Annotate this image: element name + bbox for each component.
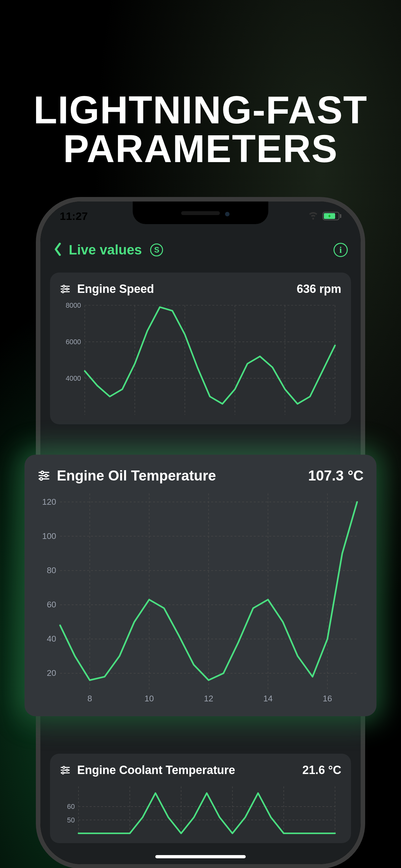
svg-text:100: 100: [42, 531, 56, 541]
svg-point-39: [40, 477, 42, 480]
back-button[interactable]: [53, 242, 62, 258]
sliders-icon[interactable]: [37, 469, 50, 482]
svg-text:14: 14: [264, 693, 273, 703]
status-time: 11:27: [60, 210, 88, 222]
svg-text:16: 16: [323, 693, 332, 703]
svg-text:40: 40: [47, 634, 56, 644]
chart-engine-coolant-temp: 5060: [60, 780, 341, 836]
wifi-icon: [308, 209, 319, 223]
card-title: Engine Speed: [77, 282, 154, 296]
chart-engine-oil-temp: 20406080100120810121416: [37, 487, 364, 707]
svg-text:20: 20: [47, 668, 56, 678]
svg-point-3: [66, 288, 68, 290]
svg-text:4000: 4000: [66, 375, 81, 382]
svg-point-21: [66, 769, 68, 771]
page-title: Live values: [69, 242, 142, 258]
card-value: 21.6 °C: [303, 764, 341, 777]
phone-notch: [133, 202, 268, 224]
hero-line-2: PARAMETERS: [34, 129, 368, 168]
svg-text:6000: 6000: [66, 338, 81, 346]
chart-engine-speed: 400060008000: [60, 299, 341, 418]
info-button[interactable]: i: [334, 243, 348, 257]
card-value: 107.3 °C: [308, 468, 364, 484]
svg-text:10: 10: [145, 693, 154, 703]
card-title: Engine Oil Temperature: [57, 468, 216, 484]
app-header: Live values S i: [40, 234, 361, 266]
sliders-icon[interactable]: [60, 283, 71, 294]
hero-title: LIGHTNING-FAST PARAMETERS: [34, 90, 368, 168]
parameter-card-engine-oil-temp[interactable]: Engine Oil Temperature 107.3 °C 20406080…: [25, 455, 376, 716]
svg-text:50: 50: [67, 816, 75, 824]
svg-text:8: 8: [88, 693, 92, 703]
svg-point-23: [62, 772, 64, 774]
parameter-card-engine-coolant-temp[interactable]: Engine Coolant Temperature 21.6 °C 5060: [50, 754, 351, 843]
sliders-icon[interactable]: [60, 765, 71, 776]
svg-point-35: [41, 471, 43, 474]
svg-point-1: [63, 285, 65, 287]
svg-text:120: 120: [42, 497, 56, 507]
svg-text:60: 60: [67, 803, 75, 811]
svg-point-37: [45, 474, 48, 477]
parameter-card-engine-speed[interactable]: Engine Speed 636 rpm 400060008000: [50, 273, 351, 424]
svg-text:12: 12: [204, 693, 213, 703]
card-title: Engine Coolant Temperature: [77, 764, 235, 777]
svg-text:8000: 8000: [66, 302, 81, 309]
card-value: 636 rpm: [297, 282, 341, 296]
battery-charging-icon: [322, 212, 341, 220]
svg-point-5: [62, 290, 64, 292]
home-indicator[interactable]: [155, 855, 246, 858]
hero-line-1: LIGHTNING-FAST: [34, 90, 368, 129]
svg-text:60: 60: [47, 600, 56, 609]
svg-text:80: 80: [47, 565, 56, 575]
svg-point-19: [63, 767, 65, 769]
s-badge-icon[interactable]: S: [150, 244, 163, 256]
